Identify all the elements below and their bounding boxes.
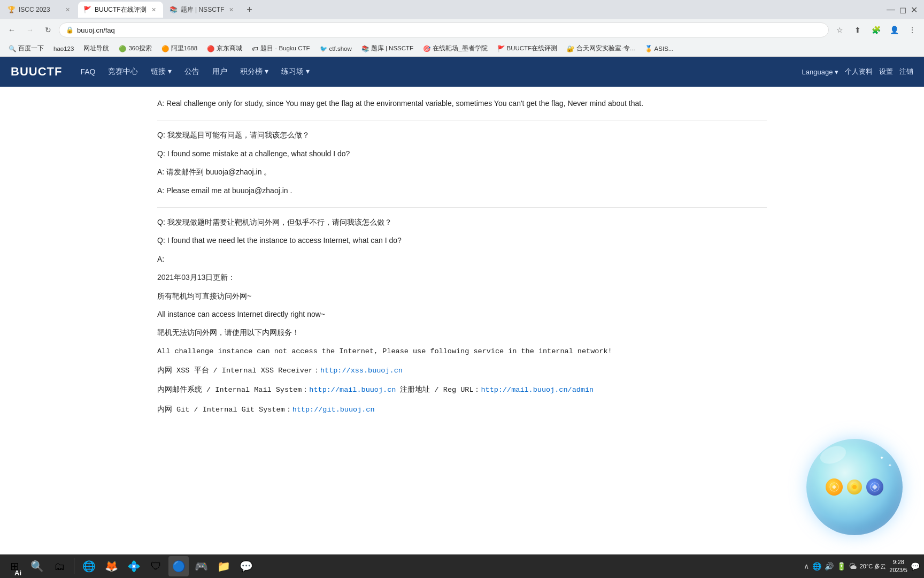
nav-logout-label: 注销 bbox=[899, 67, 913, 75]
faq-update-en: All instance can access Internet directl… bbox=[157, 308, 767, 320]
faq-service2-reg-url[interactable]: http://mail.buuoj.cn/admin bbox=[481, 386, 594, 394]
faq-old-note-en: All challenge instance can not access th… bbox=[157, 345, 767, 358]
bookmarks-bar: 🔍 百度一下 hao123 网址导航 🟢 360搜索 🟠 阿里1688 🔴 京东… bbox=[0, 41, 924, 57]
faq-a1-en: A: Please email me at buuoja@zhaoj.in . bbox=[157, 185, 767, 196]
faq-service2-reg-label: 注册地址 / Reg URL： bbox=[396, 386, 481, 394]
tab-nssctf[interactable]: 📚 题库 | NSSCTF ✕ bbox=[164, 2, 241, 18]
tab-close-nssctf[interactable]: ✕ bbox=[227, 6, 235, 14]
tab-close-iscc[interactable]: ✕ bbox=[64, 6, 72, 14]
nav-links[interactable]: 链接 ▾ bbox=[145, 64, 177, 80]
window-controls: — ◻ ✕ bbox=[887, 5, 922, 15]
tab-iscc[interactable]: 🏆 ISCC 2023 ✕ bbox=[2, 2, 77, 18]
bookmark-bugku-label: 题目 - Bugku CTF bbox=[260, 44, 310, 52]
bookmark-button[interactable]: ☆ bbox=[832, 22, 847, 37]
bookmark-bugku-icon: 🏷 bbox=[252, 45, 258, 52]
bookmark-hao123[interactable]: hao123 bbox=[49, 42, 78, 55]
bookmark-nssctf-label: 题库 | NSSCTF bbox=[371, 44, 413, 52]
bookmark-ctfshow[interactable]: 🐦 ctf.show bbox=[315, 42, 356, 55]
bookmark-ali-icon: 🟠 bbox=[161, 45, 169, 52]
faq-a2-label: A: bbox=[157, 253, 767, 265]
share-button[interactable]: ⬆ bbox=[850, 22, 865, 37]
bookmark-bugku[interactable]: 🏷 题目 - Bugku CTF bbox=[248, 42, 314, 55]
menu-button[interactable]: ⋮ bbox=[905, 22, 920, 37]
faq-section-2: Q: 我发现做题时需要让靶机访问外网，但似乎不行，请问我该怎么做？ Q: I f… bbox=[157, 216, 767, 416]
nav-right: Language ▾ 个人资料 设置 注销 bbox=[802, 67, 913, 77]
faq-divider-1 bbox=[157, 120, 767, 120]
address-bar[interactable]: 🔒 buuoj.cn/faq bbox=[59, 22, 829, 37]
nav-faq-label: FAQ bbox=[80, 67, 95, 76]
faq-q1-cn: Q: 我发现题目可能有问题，请问我该怎么做？ bbox=[157, 129, 767, 141]
reload-button[interactable]: ↻ bbox=[41, 22, 56, 37]
nav-competition[interactable]: 竞赛中心 bbox=[103, 64, 143, 80]
bookmark-mozhe[interactable]: 🎯 在线靶场_墨者学院 bbox=[419, 42, 491, 55]
new-tab-button[interactable]: + bbox=[242, 2, 257, 17]
nav-logout[interactable]: 注销 bbox=[899, 67, 913, 77]
close-button[interactable]: ✕ bbox=[911, 5, 918, 15]
bookmark-ali-label: 阿里1688 bbox=[171, 44, 198, 52]
faq-divider-2 bbox=[157, 207, 767, 208]
faq-update-date: 2021年03月13日更新： bbox=[157, 271, 767, 283]
faq-service2: 内网邮件系统 / Internal Mail System：http://mai… bbox=[157, 384, 767, 397]
bookmark-asis[interactable]: 🏅 ASIS... bbox=[641, 42, 678, 55]
site-header: BUUCTF FAQ 竞赛中心 链接 ▾ 公告 用户 积分榜 ▾ 练习场 ▾ L… bbox=[0, 57, 924, 87]
site-logo[interactable]: BUUCTF bbox=[11, 65, 62, 79]
bookmark-hetian-label: 合天网安实验室-专... bbox=[576, 44, 635, 52]
nav-scoreboard-label: 积分榜 ▾ bbox=[240, 67, 268, 77]
bookmark-mozhe-icon: 🎯 bbox=[423, 45, 430, 52]
bookmark-360-icon: 🟢 bbox=[119, 45, 126, 52]
nav-links-label: 链接 ▾ bbox=[151, 67, 172, 77]
bookmark-jd-icon: 🔴 bbox=[207, 45, 214, 52]
site-nav: FAQ 竞赛中心 链接 ▾ 公告 用户 积分榜 ▾ 练习场 ▾ bbox=[75, 64, 789, 80]
nav-users-label: 用户 bbox=[212, 67, 227, 77]
page-content: A: Real challenge only for study, since … bbox=[141, 87, 783, 438]
nav-users[interactable]: 用户 bbox=[207, 64, 233, 80]
forward-button[interactable]: → bbox=[22, 22, 37, 37]
tab-title-iscc: ISCC 2023 bbox=[19, 6, 50, 13]
back-button[interactable]: ← bbox=[4, 22, 19, 37]
tab-close-buuctf[interactable]: ✕ bbox=[150, 6, 158, 14]
nav-scoreboard[interactable]: 积分榜 ▾ bbox=[235, 64, 274, 80]
faq-service2-url[interactable]: http://mail.buuoj.cn bbox=[309, 386, 396, 394]
bookmark-buuctf-label: BUUCTF在线评测 bbox=[507, 44, 558, 52]
profile-button[interactable]: 👤 bbox=[887, 22, 902, 37]
bookmark-hetian[interactable]: 🔐 合天网安实验室-专... bbox=[563, 42, 639, 55]
extensions-button[interactable]: 🧩 bbox=[868, 22, 883, 37]
nav-faq[interactable]: FAQ bbox=[75, 64, 101, 79]
tab-buuctf[interactable]: 🚩 BUUCTF在线评测 ✕ bbox=[78, 2, 163, 18]
bookmark-asis-label: ASIS... bbox=[654, 45, 674, 52]
faq-q2-en: Q: I found that we need let the instance… bbox=[157, 234, 767, 246]
bookmark-360[interactable]: 🟢 360搜索 bbox=[114, 42, 156, 55]
bookmark-jd-label: 京东商城 bbox=[217, 44, 242, 52]
nav-settings[interactable]: 设置 bbox=[879, 67, 893, 77]
nav-practice[interactable]: 练习场 ▾ bbox=[276, 64, 315, 80]
bookmark-mozhe-label: 在线靶场_墨者学院 bbox=[433, 44, 487, 52]
faq-a1-cn: A: 请发邮件到 buuoja@zhaoj.in 。 bbox=[157, 166, 767, 178]
bookmark-hao123-label: hao123 bbox=[53, 45, 74, 52]
tab-favicon-iscc: 🏆 bbox=[7, 6, 16, 13]
nav-language[interactable]: Language ▾ bbox=[802, 68, 838, 76]
faq-q2-cn: Q: 我发现做题时需要让靶机访问外网，但似乎不行，请问我该怎么做？ bbox=[157, 216, 767, 228]
minimize-button[interactable]: — bbox=[887, 5, 895, 14]
faq-section-1: Q: 我发现题目可能有问题，请问我该怎么做？ Q: I found some m… bbox=[157, 129, 767, 196]
faq-service3-url[interactable]: http://git.buuoj.cn bbox=[292, 406, 375, 414]
bookmark-ali[interactable]: 🟠 阿里1688 bbox=[157, 42, 202, 55]
nav-announcement-label: 公告 bbox=[184, 67, 199, 77]
nav-competition-label: 竞赛中心 bbox=[108, 67, 138, 77]
bookmark-wangzhi[interactable]: 网址导航 bbox=[79, 42, 113, 55]
nav-profile[interactable]: 个人资料 bbox=[845, 67, 873, 77]
maximize-button[interactable]: ◻ bbox=[899, 5, 906, 15]
faq-service1: 内网 XSS 平台 / Internal XSS Receiver：http:/… bbox=[157, 364, 767, 377]
bookmark-360-label: 360搜索 bbox=[128, 44, 151, 52]
bookmark-buuctf[interactable]: 🚩 BUUCTF在线评测 bbox=[493, 42, 562, 55]
tab-title-nssctf: 题库 | NSSCTF bbox=[181, 5, 225, 14]
tab-favicon-nssctf: 📚 bbox=[170, 6, 178, 13]
bookmark-baidu[interactable]: 🔍 百度一下 bbox=[4, 42, 48, 55]
nav-announcement[interactable]: 公告 bbox=[179, 64, 205, 80]
bookmark-nssctf[interactable]: 📚 题库 | NSSCTF bbox=[357, 42, 418, 55]
faq-service1-url[interactable]: http://xss.buuoj.cn bbox=[320, 367, 403, 375]
tab-title-buuctf: BUUCTF在线评测 bbox=[95, 5, 147, 14]
bookmark-jd[interactable]: 🔴 京东商城 bbox=[203, 42, 247, 55]
bookmark-asis-icon: 🏅 bbox=[645, 45, 652, 52]
nav-language-label: Language ▾ bbox=[802, 68, 838, 76]
bookmark-ctfshow-label: ctf.show bbox=[329, 45, 352, 52]
